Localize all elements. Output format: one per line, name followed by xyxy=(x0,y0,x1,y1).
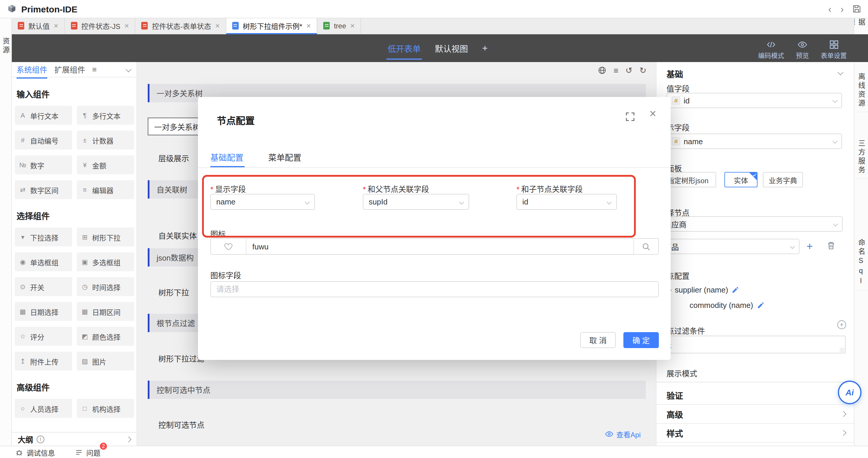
right-rail-item-offline-resources[interactable]: 离线资源 xyxy=(855,69,868,112)
menu-icon[interactable]: ≡ xyxy=(92,66,97,73)
component-chip[interactable]: ⊞树形下拉 xyxy=(77,227,134,246)
add-view-icon[interactable]: + xyxy=(482,43,488,54)
parent-node-field-select[interactable]: supId xyxy=(363,194,469,210)
tab-extension-components[interactable]: 扩展组件 xyxy=(54,64,85,75)
edit-icon[interactable] xyxy=(756,301,764,309)
globe-icon[interactable] xyxy=(598,66,607,74)
dialog-tab-basic[interactable]: 基础配置 xyxy=(210,151,243,163)
view-tab-default-view[interactable]: 默认视图 xyxy=(435,42,468,54)
component-chip[interactable]: ¥金额 xyxy=(77,155,134,174)
panel-option-entity[interactable]: 实体 xyxy=(724,172,757,187)
close-tab-icon[interactable]: × xyxy=(54,22,58,30)
debug-info-button[interactable]: 调试信息 xyxy=(16,447,55,457)
close-tab-icon[interactable]: × xyxy=(306,22,311,30)
view-api-link[interactable]: 查看Api xyxy=(605,429,641,439)
close-tab-icon[interactable]: × xyxy=(215,22,219,30)
code-mode-button[interactable]: 编码模式 xyxy=(758,40,784,60)
editor-tab-tree[interactable]: tree × xyxy=(317,18,361,34)
edit-icon[interactable] xyxy=(732,286,740,294)
component-chip[interactable]: □机构选择 xyxy=(77,399,134,418)
add-node-icon[interactable]: + xyxy=(807,241,813,252)
editor-tab-widget-state-js[interactable]: 控件状态-JS × xyxy=(65,18,135,34)
icon-field-select[interactable] xyxy=(210,281,659,297)
panel-option-dictionary[interactable]: 业务字典 xyxy=(763,172,803,187)
component-chip[interactable]: ◩颜色选择 xyxy=(77,327,134,346)
undo-icon[interactable]: ↺ xyxy=(625,66,632,74)
canvas-field-label[interactable]: 树形下拉 xyxy=(158,286,189,298)
redo-icon[interactable]: ↻ xyxy=(640,66,646,74)
icon-search-input[interactable] xyxy=(246,239,633,254)
section-basic[interactable]: 基础 xyxy=(666,68,683,80)
component-chip[interactable]: #自动编号 xyxy=(15,131,72,150)
chevron-down-icon[interactable] xyxy=(838,69,843,75)
rail-item-resources[interactable]: 资源 xyxy=(0,37,11,55)
problems-button[interactable]: 问题 2 xyxy=(75,447,100,457)
section-validate[interactable]: 验证 xyxy=(656,386,854,405)
outline-bar[interactable]: 大纲 i xyxy=(12,432,136,446)
component-chip[interactable]: ▦日期选择 xyxy=(15,302,72,321)
value-field-select[interactable]: a id xyxy=(666,93,842,108)
right-rail-item-named-sql[interactable]: 命名Sql xyxy=(855,235,868,291)
node-entity-select[interactable]: 供应商 xyxy=(658,216,843,232)
component-chip[interactable]: ⊙开关 xyxy=(15,277,72,296)
preview-button[interactable]: 预览 xyxy=(796,40,809,60)
component-chip[interactable]: ⇄数字区间 xyxy=(15,180,72,199)
ai-assistant-button[interactable]: Ai xyxy=(838,380,862,404)
component-chip[interactable]: ¶多行文本 xyxy=(77,106,134,125)
history-forward-icon[interactable]: › xyxy=(840,4,844,14)
component-chip[interactable]: ▾下拉选择 xyxy=(15,227,72,246)
add-filter-icon[interactable]: + xyxy=(837,320,846,329)
display-field-select[interactable]: a name xyxy=(666,133,842,149)
component-chip[interactable]: ○人员选择 xyxy=(15,399,72,418)
canvas-group-row[interactable]: 控制可选中节点 xyxy=(148,380,646,399)
component-chip[interactable]: A单行文本 xyxy=(15,106,72,125)
component-chip[interactable]: ≡编辑器 xyxy=(77,180,134,199)
section-advanced[interactable]: 高级 xyxy=(656,405,854,424)
component-chip[interactable]: ±计数器 xyxy=(77,131,134,150)
field-label-text: 显示字段 xyxy=(215,185,246,194)
component-chip[interactable]: ▨图片 xyxy=(77,352,134,370)
close-dialog-icon[interactable]: × xyxy=(649,108,656,119)
component-chip[interactable]: №数字 xyxy=(15,155,72,174)
child-node-field-select[interactable]: id xyxy=(517,194,617,210)
component-chip[interactable]: ◉单选框组 xyxy=(15,252,72,271)
search-icon[interactable] xyxy=(633,239,658,254)
node-tree-item[interactable]: commodity (name) xyxy=(689,301,764,310)
editor-tab-widget-state-form[interactable]: 控件状态-表单状态 × xyxy=(135,18,226,34)
right-rail-item-third-party-services[interactable]: 三方服务 xyxy=(855,136,868,179)
node-filter-value[interactable]: 无 xyxy=(658,336,845,354)
expand-outline-icon[interactable] xyxy=(126,436,131,442)
dialog-tab-menu[interactable]: 菜单配置 xyxy=(268,151,301,163)
close-tab-icon[interactable]: × xyxy=(124,22,129,30)
ok-button[interactable]: 确 定 xyxy=(623,332,659,348)
collapse-panel-icon[interactable] xyxy=(126,66,131,72)
editor-tab-tree-dropdown-example[interactable]: 树形下拉组件示例* × xyxy=(226,18,318,34)
node-child-select[interactable]: 商品 xyxy=(658,239,800,254)
trash-icon[interactable] xyxy=(827,241,836,250)
canvas-field-label[interactable]: 控制可选节点 xyxy=(158,419,205,430)
canvas-field-label[interactable]: 自关联实体 xyxy=(158,230,197,241)
component-chip[interactable]: ▦日期区间 xyxy=(77,302,134,321)
cancel-button[interactable]: 取 消 xyxy=(580,332,616,348)
right-rail-item-datasource[interactable]: 数据源 xyxy=(854,18,868,34)
info-icon[interactable]: i xyxy=(37,435,44,443)
heart-icon[interactable] xyxy=(211,239,246,254)
section-style[interactable]: 样式 xyxy=(656,424,854,442)
display-field-select[interactable]: name xyxy=(210,194,315,210)
history-back-icon[interactable]: ‹ xyxy=(828,4,831,14)
component-chip[interactable]: ◷时间选择 xyxy=(77,277,134,296)
save-icon[interactable] xyxy=(852,5,861,13)
canvas-field-label[interactable]: 树形下拉过滤 xyxy=(158,353,205,364)
component-chip[interactable]: ↥附件上传 xyxy=(15,352,72,370)
view-tab-lowcode-form[interactable]: 低开表单 xyxy=(388,42,421,54)
component-chip[interactable]: ▣多选框组 xyxy=(77,252,134,271)
fullscreen-icon[interactable] xyxy=(626,112,634,121)
form-settings-button[interactable]: 表单设置 xyxy=(821,40,847,60)
editor-tab-default-value[interactable]: 默认值 × xyxy=(12,18,65,34)
tab-system-components[interactable]: 系统组件 xyxy=(17,64,47,75)
outline-list-icon[interactable]: ≡ xyxy=(614,66,618,74)
component-chip[interactable]: ☆评分 xyxy=(15,327,72,346)
close-tab-icon[interactable]: × xyxy=(350,22,355,30)
node-tree-item[interactable]: supplier (name) xyxy=(668,285,740,294)
canvas-field-label[interactable]: 层级展示 xyxy=(158,152,189,164)
